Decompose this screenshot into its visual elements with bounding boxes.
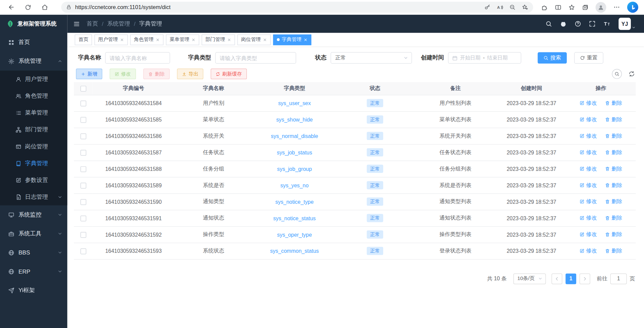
sidebar-item-system[interactable]: 系统管理	[0, 52, 67, 71]
status-select[interactable]: 正常	[331, 52, 412, 63]
sidebar-item-roles[interactable]: 角色管理	[0, 88, 67, 104]
user-avatar[interactable]: YJ	[618, 18, 631, 30]
row-edit-button[interactable]: 修改	[580, 165, 597, 173]
row-edit-button[interactable]: 修改	[580, 99, 597, 107]
sidebar-item-departments[interactable]: 部门管理	[0, 121, 67, 138]
row-edit-button[interactable]: 修改	[580, 198, 597, 205]
select-all-checkbox[interactable]	[81, 86, 86, 92]
row-delete-button[interactable]: 删除	[605, 231, 622, 238]
close-icon[interactable]	[156, 38, 160, 42]
header-search-icon[interactable]	[545, 20, 552, 27]
dict-type-input[interactable]	[215, 52, 296, 63]
browser-menu-icon[interactable]	[613, 4, 620, 11]
sidebar-item-erp[interactable]: ERP	[0, 262, 67, 281]
favorites-icon[interactable]	[568, 4, 575, 11]
close-icon[interactable]	[227, 38, 231, 42]
row-delete-button[interactable]: 删除	[605, 215, 622, 222]
dict-type-link[interactable]: sys_job_status	[277, 149, 312, 155]
tab-home[interactable]: 首页	[75, 34, 92, 45]
sidebar-item-params[interactable]: 参数设置	[0, 172, 67, 188]
delete-button[interactable]: 删除	[143, 68, 170, 79]
row-edit-button[interactable]: 修改	[580, 215, 597, 222]
dict-type-link[interactable]: sys_common_status	[270, 248, 319, 254]
row-delete-button[interactable]: 删除	[605, 182, 622, 189]
row-edit-button[interactable]: 修改	[580, 182, 597, 189]
close-icon[interactable]	[120, 38, 124, 42]
add-favorite-icon[interactable]	[521, 4, 528, 11]
github-icon[interactable]	[560, 20, 567, 28]
edge-copilot-icon[interactable]	[627, 2, 638, 13]
read-aloud-icon[interactable]	[497, 4, 503, 11]
row-edit-button[interactable]: 修改	[580, 247, 597, 254]
close-icon[interactable]	[191, 38, 195, 42]
row-checkbox[interactable]	[81, 117, 86, 123]
extensions-icon[interactable]	[541, 4, 548, 11]
row-edit-button[interactable]: 修改	[580, 149, 597, 156]
export-button[interactable]: 导出	[177, 68, 203, 79]
tab-dict[interactable]: 字典管理	[273, 34, 311, 45]
breadcrumb-system[interactable]: 系统管理	[107, 20, 130, 28]
sidebar-toggle-icon[interactable]	[73, 20, 80, 28]
row-checkbox[interactable]	[81, 150, 86, 155]
end-date-placeholder[interactable]: 结束日期	[487, 54, 508, 61]
sidebar-item-monitor[interactable]: 系统监控	[0, 205, 67, 224]
row-delete-button[interactable]: 删除	[605, 247, 622, 254]
sidebar-item-home[interactable]: 首页	[0, 33, 67, 52]
tab-users[interactable]: 用户管理	[94, 34, 128, 45]
row-delete-button[interactable]: 删除	[605, 99, 622, 107]
row-delete-button[interactable]: 删除	[605, 149, 622, 156]
dict-type-link[interactable]: sys_user_sex	[278, 100, 311, 106]
dict-type-link[interactable]: sys_show_hide	[276, 116, 313, 123]
row-checkbox[interactable]	[81, 133, 86, 139]
row-checkbox[interactable]	[81, 199, 86, 205]
date-range-picker[interactable]: 开始日期 - 结束日期	[448, 52, 521, 63]
dict-name-input[interactable]	[105, 52, 170, 63]
row-checkbox[interactable]	[81, 166, 86, 172]
dict-type-link[interactable]: sys_yes_no	[280, 182, 309, 188]
goto-page-input[interactable]	[610, 273, 627, 284]
profile-avatar[interactable]	[596, 2, 606, 13]
breadcrumb-home[interactable]: 首页	[87, 20, 98, 28]
prev-page-button[interactable]	[552, 273, 562, 284]
toggle-search-button[interactable]	[612, 69, 622, 79]
sidebar-item-tools[interactable]: 系统工具	[0, 224, 67, 243]
row-edit-button[interactable]: 修改	[580, 231, 597, 238]
browser-back-button[interactable]	[5, 1, 17, 13]
row-delete-button[interactable]: 删除	[605, 116, 622, 123]
sidebar-item-posts[interactable]: 岗位管理	[0, 138, 67, 155]
current-page[interactable]: 1	[565, 273, 576, 284]
tab-roles[interactable]: 角色管理	[130, 34, 164, 45]
close-icon[interactable]	[304, 38, 308, 42]
dict-type-link[interactable]: sys_normal_disable	[271, 133, 318, 139]
row-edit-button[interactable]: 修改	[580, 132, 597, 140]
zoom-out-icon[interactable]	[509, 4, 515, 10]
close-icon[interactable]	[263, 38, 267, 42]
row-checkbox[interactable]	[81, 216, 86, 221]
row-checkbox[interactable]	[81, 100, 86, 106]
sidebar-item-logs[interactable]: 日志管理	[0, 188, 67, 205]
refresh-table-button[interactable]	[629, 71, 635, 77]
reset-button[interactable]: 重置	[574, 52, 603, 63]
row-delete-button[interactable]: 删除	[605, 198, 622, 205]
sidebar-item-menus[interactable]: 菜单管理	[0, 104, 67, 121]
browser-home-button[interactable]	[39, 1, 51, 13]
font-size-icon[interactable]	[603, 20, 611, 28]
url-text[interactable]: https://ccnetcore.com:1101/system/dict	[75, 4, 171, 10]
sidebar-item-bbs[interactable]: BBS	[0, 243, 67, 262]
fullscreen-icon[interactable]	[589, 20, 596, 27]
add-button[interactable]: 新增	[76, 68, 102, 79]
browser-refresh-button[interactable]	[22, 1, 34, 13]
sidebar-item-yi[interactable]: Yi框架	[0, 281, 67, 300]
tab-posts[interactable]: 岗位管理	[237, 34, 271, 45]
sidebar-item-dict[interactable]: 字典管理	[0, 155, 67, 172]
edit-button[interactable]: 修改	[110, 68, 136, 79]
tab-departments[interactable]: 部门管理	[202, 34, 235, 45]
help-icon[interactable]	[574, 20, 581, 27]
tab-menus[interactable]: 菜单管理	[166, 34, 199, 45]
row-delete-button[interactable]: 删除	[605, 132, 622, 140]
dict-type-link[interactable]: sys_notice_status	[273, 215, 316, 221]
address-bar[interactable]: https://ccnetcore.com:1101/system/dict	[61, 2, 533, 13]
refresh-cache-button[interactable]: 刷新缓存	[211, 68, 247, 79]
row-delete-button[interactable]: 删除	[605, 165, 622, 173]
row-checkbox[interactable]	[81, 248, 86, 254]
